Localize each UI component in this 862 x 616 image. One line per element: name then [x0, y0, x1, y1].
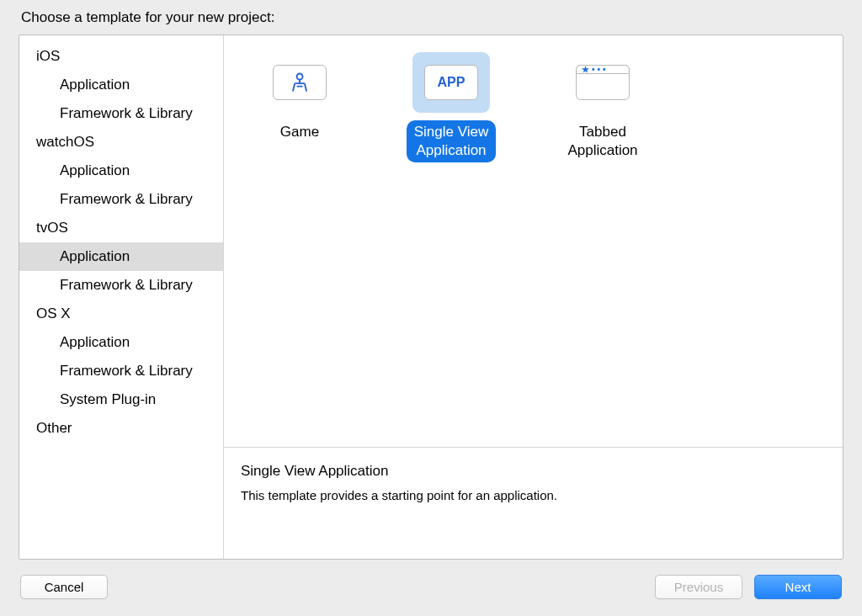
- sidebar-platform-watchos[interactable]: watchOS: [19, 128, 223, 157]
- tabbed-window-icon: ★•••: [576, 65, 630, 100]
- sidebar-item-ios-framework[interactable]: Framework & Library: [19, 99, 223, 128]
- detail-panel: Single View Application This template pr…: [224, 447, 843, 559]
- previous-button: Previous: [655, 575, 742, 599]
- sidebar-platform-other[interactable]: Other: [19, 414, 223, 443]
- sidebar-item-tvos-application[interactable]: Application: [19, 242, 223, 271]
- template-game[interactable]: Game: [249, 52, 350, 144]
- sidebar-platform-osx[interactable]: OS X: [19, 300, 223, 328]
- sidebar-item-osx-application[interactable]: Application: [19, 328, 223, 357]
- sidebar-item-osx-systemplugin[interactable]: System Plug-in: [19, 385, 223, 414]
- template-label: Game: [273, 120, 327, 144]
- template-grid: Game APP Single ViewApplication ★••• Tab…: [224, 35, 843, 447]
- sidebar-item-tvos-framework[interactable]: Framework & Library: [19, 271, 223, 300]
- sidebar-item-watchos-application[interactable]: Application: [19, 157, 223, 185]
- template-label: Single ViewApplication: [407, 120, 497, 162]
- template-single-view[interactable]: APP Single ViewApplication: [401, 52, 502, 162]
- content-area: Game APP Single ViewApplication ★••• Tab…: [224, 35, 843, 559]
- sidebar-item-ios-application[interactable]: Application: [19, 71, 223, 99]
- sidebar-item-watchos-framework[interactable]: Framework & Library: [19, 185, 223, 214]
- next-button[interactable]: Next: [754, 575, 842, 599]
- sidebar-item-osx-framework[interactable]: Framework & Library: [19, 357, 223, 385]
- main-panel: iOS Application Framework & Library watc…: [19, 35, 843, 560]
- app-text-icon: APP: [424, 65, 478, 100]
- detail-description: This template provides a starting point …: [241, 488, 826, 502]
- template-tabbed[interactable]: ★••• TabbedApplication: [552, 52, 653, 162]
- dialog-title: Choose a template for your new project:: [21, 9, 843, 26]
- template-label: TabbedApplication: [560, 120, 645, 162]
- detail-title: Single View Application: [241, 463, 826, 480]
- game-controller-icon: [273, 65, 327, 100]
- sidebar-platform-ios[interactable]: iOS: [19, 42, 223, 71]
- sidebar-platform-tvos[interactable]: tvOS: [19, 214, 223, 242]
- button-row: Cancel Previous Next: [19, 560, 843, 599]
- cancel-button[interactable]: Cancel: [20, 575, 108, 599]
- sidebar: iOS Application Framework & Library watc…: [19, 35, 224, 559]
- svg-point-0: [297, 74, 303, 80]
